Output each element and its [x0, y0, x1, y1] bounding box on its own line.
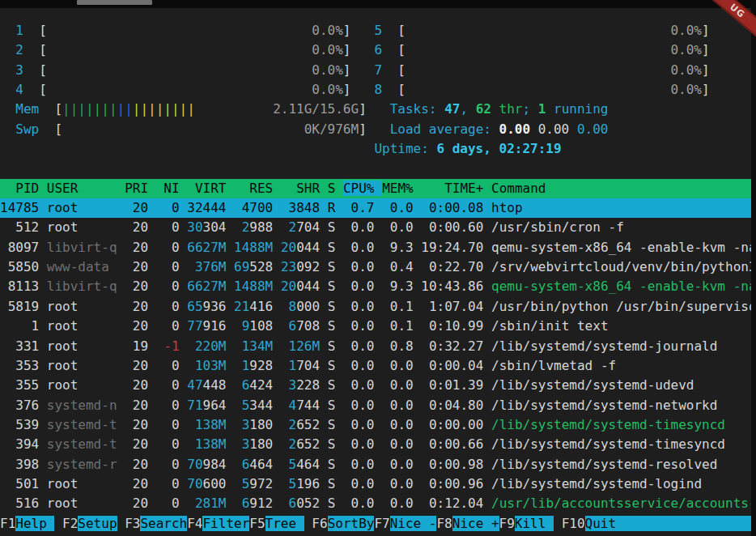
- cell-shr: 23: [281, 259, 296, 274]
- cell-pri: 20: [125, 358, 148, 373]
- cell-virt: 77: [187, 318, 202, 334]
- cell-pid: 14785: [0, 200, 39, 215]
- process-table-header[interactable]: PID USER PRI NI VIRT RES SHR S CPU% MEM%…: [0, 179, 751, 198]
- column-header-user[interactable]: USER: [47, 181, 117, 196]
- process-row-394[interactable]: 394 systemd-t 20 0 138M 3180 2652 S 0.0 …: [0, 435, 751, 454]
- column-header-cpu%[interactable]: CPU%: [343, 181, 382, 196]
- process-row-376[interactable]: 376 systemd-n 20 0 71964 5344 4744 S 0.0…: [0, 396, 751, 415]
- function-key-bar[interactable]: F1Help F2Setup F3SearchF4FilterF5Tree F6…: [0, 514, 751, 534]
- column-header-virt[interactable]: VIRT: [187, 181, 226, 196]
- cell-shr: 708: [296, 318, 320, 334]
- cell-virt: 984: [203, 457, 227, 472]
- fkey-label-nice-[interactable]: Nice +: [452, 516, 499, 531]
- fkey-label-setup[interactable]: Setup: [78, 516, 117, 531]
- cell-state: S: [328, 436, 336, 452]
- cell-state: S: [328, 318, 336, 334]
- process-row-5850[interactable]: 5850 www-data 20 0 376M 69528 23092 S 0.…: [0, 257, 751, 277]
- cell-res: 424: [249, 377, 273, 393]
- meter-open-bracket: [: [397, 42, 406, 57]
- swap-label: Swp: [15, 121, 39, 137]
- column-header-command[interactable]: Command: [491, 181, 546, 196]
- process-row-331[interactable]: 331 root 19 -1 220M 134M 126M S 0.0 0.8 …: [0, 337, 751, 356]
- process-row-512[interactable]: 512 root 20 0 30304 2988 2704 S 0.0 0.0 …: [0, 218, 751, 237]
- fkey-label-sortby[interactable]: SortBy: [328, 516, 375, 531]
- cell-command: /lib/systemd/systemd-udevd: [491, 377, 694, 393]
- cell-virt: 220M: [187, 338, 226, 354]
- process-row-1[interactable]: 1 root 20 0 77916 9108 6708 S 0.0 0.1 0:…: [0, 317, 751, 336]
- fkey-label-help[interactable]: Help: [15, 516, 54, 531]
- process-row-5819[interactable]: 5819 root 20 0 65936 21416 8000 S 0.0 0.…: [0, 297, 751, 317]
- fkey-F5[interactable]: F5: [249, 516, 265, 531]
- process-row-516[interactable]: 516 root 20 0 281M 6912 6052 S 0.0 0.0 0…: [0, 494, 751, 513]
- fkey-label-nice-[interactable]: Nice -: [390, 516, 437, 531]
- cell-command: /usr/bin/python /usr/bin/superviso: [491, 299, 751, 314]
- cell-pid: 5850: [0, 259, 39, 274]
- cell-mem-pct: 0.0: [382, 358, 414, 373]
- fkey-F8[interactable]: F8: [436, 516, 452, 531]
- fkey-F1[interactable]: F1: [0, 516, 15, 531]
- column-header-s[interactable]: S: [328, 181, 336, 196]
- column-header-res[interactable]: RES: [234, 181, 273, 196]
- cell-cpu-pct: 0.0: [343, 457, 375, 472]
- window-top-strip: [0, 0, 756, 8]
- column-header-ni[interactable]: NI: [156, 181, 180, 196]
- cell-virt: 304: [203, 219, 227, 235]
- cell-time: 0:32.27: [421, 338, 483, 354]
- fkey-label-filter[interactable]: Filter: [202, 516, 249, 531]
- column-header-pid[interactable]: PID: [0, 181, 39, 196]
- cell-shr: 744: [296, 398, 320, 413]
- fkey-label-quit[interactable]: Quit: [585, 516, 751, 531]
- cell-user: root: [47, 358, 117, 373]
- cell-state: S: [328, 417, 336, 432]
- cell-pri: 20: [125, 299, 148, 314]
- fkey-label-search[interactable]: Search: [140, 516, 187, 531]
- cell-state: S: [328, 377, 336, 393]
- process-row-14785[interactable]: 14785 root 20 0 32444 4700 3848 R 0.7 0.…: [0, 198, 751, 218]
- process-row-501[interactable]: 501 root 20 0 70600 5972 5196 S 0.0 0.0 …: [0, 474, 751, 494]
- uptime-row: Uptime: 6 days, 02:27:19: [0, 139, 751, 159]
- cell-pri: 20: [125, 398, 148, 413]
- cell-state: S: [328, 358, 336, 373]
- cell-mem-pct: 0.0: [382, 476, 414, 491]
- cpu-meter-row-1-5: 1 [ 0.0%] 5 [ 0.0%]: [0, 21, 751, 40]
- column-header-pri[interactable]: PRI: [125, 181, 148, 196]
- column-header-time+[interactable]: TIME+: [421, 181, 483, 196]
- fkey-F7[interactable]: F7: [374, 516, 389, 531]
- cell-command: /lib/systemd/systemd-networkd: [491, 398, 717, 413]
- memory-meter-and-tasks-row: Mem [||||||||||||||||| 2.11G/15.6G] Task…: [0, 100, 751, 119]
- cell-pid: 512: [0, 219, 39, 235]
- process-row-8097[interactable]: 8097 libvirt-q 20 0 6627M 1488M 20044 S …: [0, 238, 751, 257]
- column-header-shr[interactable]: SHR: [281, 181, 320, 196]
- load-fifteen: 0.00: [577, 121, 609, 137]
- load-average-label: Load average:: [390, 121, 499, 137]
- fkey-F6[interactable]: F6: [312, 516, 327, 531]
- process-row-353[interactable]: 353 root 20 0 103M 1928 1704 S 0.0 0.0 0…: [0, 356, 751, 376]
- process-row-539[interactable]: 539 systemd-t 20 0 138M 3180 2652 S 0.0 …: [0, 415, 751, 435]
- fkey-label-kill[interactable]: Kill: [515, 516, 554, 531]
- cell-state: R: [328, 200, 336, 215]
- process-row-355[interactable]: 355 root 20 0 47448 6424 3228 S 0.0 0.0 …: [0, 376, 751, 395]
- process-row-398[interactable]: 398 systemd-r 20 0 70984 6464 5464 S 0.0…: [0, 455, 751, 474]
- meter-open-bracket: [: [39, 62, 47, 78]
- column-header-mem%[interactable]: MEM%: [382, 181, 414, 196]
- fkey-F10[interactable]: F10: [562, 516, 585, 531]
- fkey-F4[interactable]: F4: [187, 516, 202, 531]
- cell-virt: 600: [203, 476, 227, 491]
- fkey-F3[interactable]: F3: [125, 516, 140, 531]
- meter-close-bracket: ]: [343, 42, 351, 57]
- swap-value: 0K/976M: [304, 121, 359, 137]
- cell-command: /usr/lib/accountsservice/accounts-: [491, 496, 751, 511]
- cell-pri: 20: [125, 240, 148, 255]
- fkey-label-tree[interactable]: Tree: [265, 516, 304, 531]
- cell-time: 0:00.66: [421, 436, 483, 452]
- window-tab-handle[interactable]: [77, 0, 152, 5]
- cell-virt: 281M: [187, 496, 226, 511]
- fkey-F2[interactable]: F2: [62, 516, 78, 531]
- meter-open-bracket: [: [54, 101, 62, 117]
- cell-cpu-pct: 0.0: [343, 476, 375, 491]
- process-row-8113[interactable]: 8113 libvirt-q 20 0 6627M 1488M 20044 S …: [0, 277, 751, 296]
- fkey-F9[interactable]: F9: [499, 516, 515, 531]
- cell-pri: 20: [125, 377, 148, 393]
- cell-cpu-pct: 0.7: [343, 200, 375, 215]
- load-one: 0.00: [499, 121, 531, 137]
